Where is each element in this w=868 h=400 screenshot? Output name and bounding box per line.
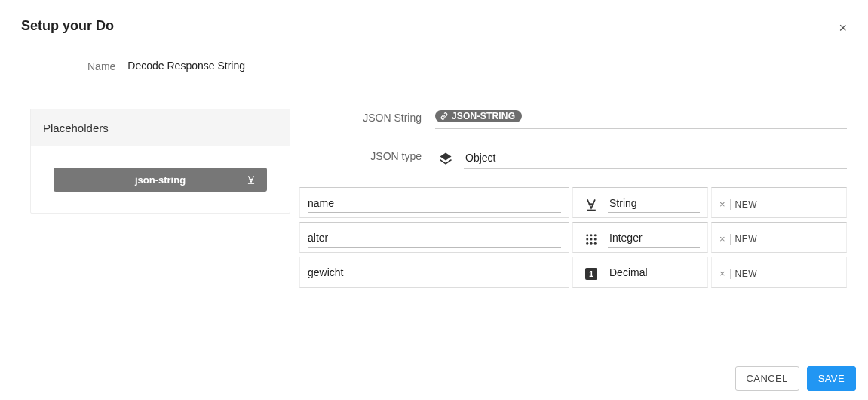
field-row: String × NEW <box>299 187 847 218</box>
placeholders-card: Placeholders json-string <box>30 109 290 214</box>
content-area: Placeholders json-string JSON String <box>21 109 847 291</box>
json-string-row: JSON String JSON-STRING <box>299 109 847 129</box>
config-column: JSON String JSON-STRING JSON type <box>299 109 847 291</box>
name-input[interactable] <box>126 57 394 75</box>
field-tag-select[interactable]: NEW <box>730 234 758 245</box>
svg-point-9 <box>594 238 597 240</box>
decimal-icon: 1 <box>581 267 602 281</box>
layers-icon <box>435 151 456 166</box>
field-key-input[interactable] <box>308 265 561 282</box>
placeholder-chip-label: json-string <box>135 174 186 186</box>
json-string-tag[interactable]: JSON-STRING <box>435 110 522 122</box>
json-string-value-cell[interactable]: JSON-STRING <box>435 109 847 129</box>
svg-text:1: 1 <box>589 269 593 278</box>
svg-point-8 <box>590 238 593 240</box>
svg-point-7 <box>586 238 588 240</box>
name-label: Name <box>87 60 115 72</box>
json-string-tag-text: JSON-STRING <box>452 111 515 122</box>
svg-point-10 <box>586 242 588 244</box>
text-format-icon <box>246 174 256 185</box>
field-key-input[interactable] <box>308 230 561 248</box>
dialog-title: Setup your Do <box>21 18 847 34</box>
string-icon <box>581 197 602 212</box>
field-type-select[interactable]: String <box>608 195 700 213</box>
link-icon <box>440 112 449 120</box>
json-type-row: JSON type Object <box>299 147 847 169</box>
json-type-select[interactable]: Object <box>464 147 847 169</box>
field-tag-select[interactable]: NEW <box>730 199 758 210</box>
svg-point-5 <box>590 234 593 236</box>
placeholder-chip-json-string[interactable]: json-string <box>54 168 267 192</box>
clear-tag-icon[interactable]: × <box>719 268 725 279</box>
field-row: 1 Decimal × NEW <box>299 257 847 288</box>
field-type-select[interactable]: Decimal <box>608 265 700 282</box>
dialog-footer: CANCEL SAVE <box>735 366 856 391</box>
field-row: Integer × NEW <box>299 222 847 253</box>
field-key-input[interactable] <box>308 195 561 213</box>
fields-table: String × NEW <box>299 187 847 288</box>
svg-point-6 <box>594 234 597 236</box>
field-type-select[interactable]: Integer <box>608 230 700 248</box>
svg-point-4 <box>586 234 588 236</box>
json-string-label: JSON String <box>299 109 435 124</box>
cancel-button[interactable]: CANCEL <box>735 366 799 391</box>
name-row: Name <box>87 57 847 75</box>
json-type-label: JSON type <box>299 147 435 162</box>
placeholders-header: Placeholders <box>31 109 290 146</box>
field-tag-select[interactable]: NEW <box>730 269 758 279</box>
integer-icon <box>581 232 602 246</box>
clear-tag-icon[interactable]: × <box>719 198 725 210</box>
svg-point-12 <box>594 242 597 244</box>
clear-tag-icon[interactable]: × <box>719 233 725 245</box>
setup-dialog: × Setup your Do Name Placeholders json-s… <box>0 0 868 291</box>
save-button[interactable]: SAVE <box>807 366 856 391</box>
svg-point-11 <box>590 242 593 244</box>
close-icon[interactable]: × <box>839 21 847 35</box>
